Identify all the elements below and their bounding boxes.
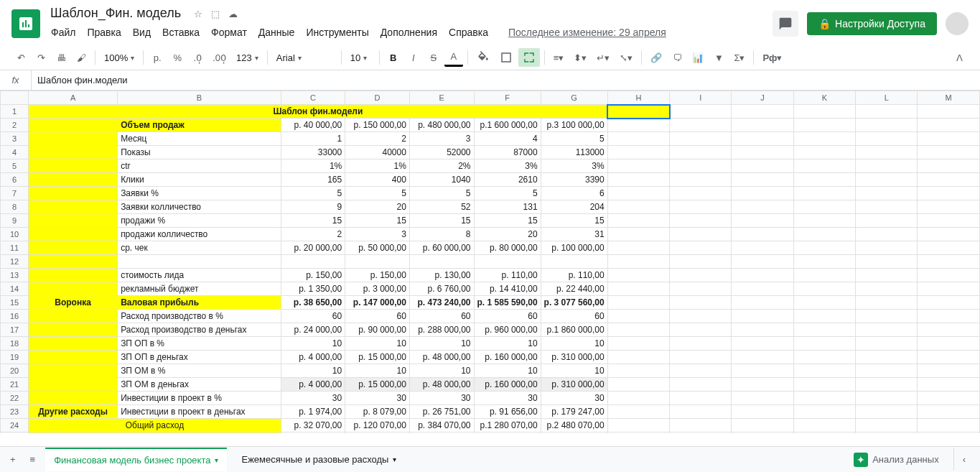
cell-L21[interactable] bbox=[856, 378, 918, 392]
row-header-1[interactable]: 1 bbox=[1, 105, 29, 119]
cell-E25[interactable]: р. 89 170,00 bbox=[409, 432, 474, 434]
cell-A24[interactable]: Общий расход bbox=[29, 419, 281, 432]
cell-E18[interactable]: 10 bbox=[409, 337, 474, 351]
cell-H14[interactable] bbox=[607, 282, 669, 296]
cell-K18[interactable] bbox=[793, 337, 855, 351]
cell-A21[interactable] bbox=[29, 378, 118, 392]
cell-H20[interactable] bbox=[607, 364, 669, 378]
font-size-select[interactable]: 10 bbox=[346, 50, 375, 66]
cell-I10[interactable] bbox=[670, 228, 732, 241]
cell-D7[interactable]: 5 bbox=[345, 187, 410, 200]
col-header-A[interactable]: A bbox=[29, 91, 118, 105]
cell-L8[interactable] bbox=[856, 200, 918, 214]
cell-I22[interactable] bbox=[670, 392, 732, 405]
row-header-14[interactable]: 14 bbox=[1, 282, 29, 296]
cell-F8[interactable]: 131 bbox=[474, 200, 541, 214]
col-header-H[interactable]: H bbox=[607, 91, 669, 105]
fill-color-button[interactable] bbox=[472, 48, 494, 67]
cell-C14[interactable]: р. 1 350,00 bbox=[281, 282, 345, 296]
cell-E4[interactable]: 52000 bbox=[409, 146, 474, 159]
functions-button[interactable]: Σ▾ bbox=[729, 48, 749, 67]
cell-G4[interactable]: 113000 bbox=[541, 146, 607, 159]
cell-I18[interactable] bbox=[670, 337, 732, 351]
cell-H1[interactable] bbox=[607, 105, 669, 119]
cell-H4[interactable] bbox=[607, 146, 669, 159]
cell-A11[interactable] bbox=[29, 241, 118, 255]
cell-M11[interactable] bbox=[918, 241, 980, 255]
col-header-I[interactable]: I bbox=[670, 91, 732, 105]
formula-input[interactable]: Шаблон фин.модели bbox=[32, 75, 980, 85]
row-header-17[interactable]: 17 bbox=[1, 323, 29, 337]
cell-H11[interactable] bbox=[607, 241, 669, 255]
cell-A23[interactable]: Другие расходы bbox=[29, 405, 118, 419]
cell-C10[interactable]: 2 bbox=[281, 228, 345, 241]
cell-C20[interactable]: 10 bbox=[281, 364, 345, 378]
cell-B18[interactable]: ЗП ОП в % bbox=[118, 337, 281, 351]
row-header-5[interactable]: 5 bbox=[1, 159, 29, 173]
cell-J1[interactable] bbox=[732, 105, 793, 119]
cell-I21[interactable] bbox=[670, 378, 732, 392]
cell-I9[interactable] bbox=[670, 214, 732, 228]
cell-K20[interactable] bbox=[793, 364, 855, 378]
cell-B10[interactable]: продажи колличество bbox=[118, 228, 281, 241]
format-select[interactable]: 123 bbox=[232, 50, 263, 66]
cell-G18[interactable]: 10 bbox=[541, 337, 607, 351]
cell-D15[interactable]: р. 147 000,00 bbox=[345, 296, 410, 310]
col-header-D[interactable]: D bbox=[345, 91, 410, 105]
cell-E13[interactable]: р. 130,00 bbox=[409, 269, 474, 282]
cell-L25[interactable] bbox=[856, 432, 918, 434]
cell-H19[interactable] bbox=[607, 351, 669, 364]
cell-A13[interactable] bbox=[29, 269, 118, 282]
cell-L1[interactable] bbox=[856, 105, 918, 119]
cell-M20[interactable] bbox=[918, 364, 980, 378]
cell-E15[interactable]: р. 473 240,00 bbox=[409, 296, 474, 310]
cell-I17[interactable] bbox=[670, 323, 732, 337]
cell-E3[interactable]: 3 bbox=[409, 132, 474, 146]
cell-M9[interactable] bbox=[918, 214, 980, 228]
cell-C23[interactable]: р. 1 974,00 bbox=[281, 405, 345, 419]
cell-K15[interactable] bbox=[793, 296, 855, 310]
cell-G5[interactable]: 3% bbox=[541, 159, 607, 173]
filter-button[interactable]: ▼ bbox=[709, 48, 728, 67]
doc-title[interactable]: Шаблон_Фин. модель bbox=[46, 4, 185, 22]
cell-C16[interactable]: 60 bbox=[281, 310, 345, 323]
cell-K4[interactable] bbox=[793, 146, 855, 159]
row-header-6[interactable]: 6 bbox=[1, 173, 29, 187]
cell-M2[interactable] bbox=[918, 119, 980, 132]
cell-D25[interactable]: р. 26 930,00 bbox=[345, 432, 410, 434]
cell-C15[interactable]: р. 38 650,00 bbox=[281, 296, 345, 310]
cell-I16[interactable] bbox=[670, 310, 732, 323]
cell-L2[interactable] bbox=[856, 119, 918, 132]
cell-E14[interactable]: р. 6 760,00 bbox=[409, 282, 474, 296]
cell-D2[interactable]: р. 150 000,00 bbox=[345, 119, 410, 132]
row-header-15[interactable]: 15 bbox=[1, 296, 29, 310]
undo-button[interactable]: ↶ bbox=[11, 48, 30, 67]
col-header-C[interactable]: C bbox=[281, 91, 345, 105]
cell-B19[interactable]: ЗП ОП в деньгах bbox=[118, 351, 281, 364]
cell-K9[interactable] bbox=[793, 214, 855, 228]
cell-M4[interactable] bbox=[918, 146, 980, 159]
cell-C7[interactable]: 5 bbox=[281, 187, 345, 200]
cell-C12[interactable] bbox=[281, 255, 345, 269]
cell-D6[interactable]: 400 bbox=[345, 173, 410, 187]
cell-D23[interactable]: р. 8 079,00 bbox=[345, 405, 410, 419]
cell-G19[interactable]: р. 310 000,00 bbox=[541, 351, 607, 364]
cell-B17[interactable]: Расход производство в деньгах bbox=[118, 323, 281, 337]
cell-A3[interactable] bbox=[29, 132, 118, 146]
cell-E9[interactable]: 15 bbox=[409, 214, 474, 228]
cell-E2[interactable]: р. 480 000,00 bbox=[409, 119, 474, 132]
cell-A12[interactable] bbox=[29, 255, 118, 269]
cell-H18[interactable] bbox=[607, 337, 669, 351]
cell-G9[interactable]: 15 bbox=[541, 214, 607, 228]
cell-M13[interactable] bbox=[918, 269, 980, 282]
cell-K22[interactable] bbox=[793, 392, 855, 405]
cell-H16[interactable] bbox=[607, 310, 669, 323]
cell-K11[interactable] bbox=[793, 241, 855, 255]
cell-H23[interactable] bbox=[607, 405, 669, 419]
cell-G7[interactable]: 6 bbox=[541, 187, 607, 200]
cell-I8[interactable] bbox=[670, 200, 732, 214]
cell-H5[interactable] bbox=[607, 159, 669, 173]
cell-B13[interactable]: стоимость лида bbox=[118, 269, 281, 282]
cell-M5[interactable] bbox=[918, 159, 980, 173]
rotate-button[interactable]: ⤡▾ bbox=[615, 48, 637, 67]
